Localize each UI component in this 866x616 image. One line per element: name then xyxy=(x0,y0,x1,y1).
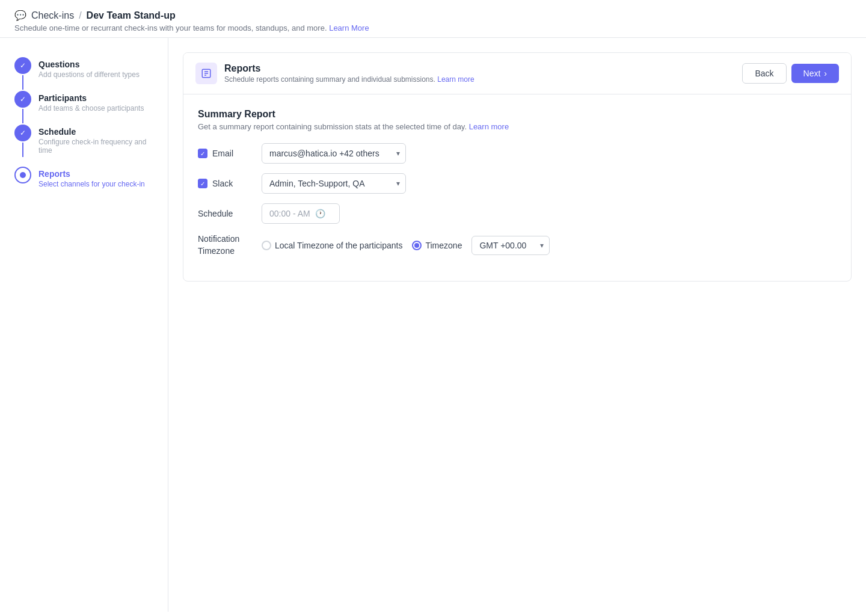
next-chevron-icon: › xyxy=(824,69,827,78)
step-reports-title: Reports xyxy=(38,169,145,179)
slack-label: Slack xyxy=(212,179,233,188)
schedule-value: 00:00 - AM xyxy=(269,209,310,218)
card-title-area: Reports Schedule reports containing summ… xyxy=(195,63,474,84)
local-timezone-radio[interactable] xyxy=(262,241,271,250)
slack-select[interactable]: Admin, Tech-Support, QA xyxy=(262,173,406,194)
step-reports-left xyxy=(14,167,31,183)
slack-label-area: ✓ Slack xyxy=(198,179,252,188)
schedule-label-area: Schedule xyxy=(198,209,252,218)
schedule-label: Schedule xyxy=(198,209,233,218)
step-line-2 xyxy=(22,109,23,123)
timezone-select-wrapper: GMT +00.00 ▾ xyxy=(471,236,550,255)
step-line-3 xyxy=(22,143,23,157)
card-description: Schedule reports containing summary and … xyxy=(224,75,474,84)
card-reports-icon xyxy=(195,63,217,84)
step-participants-title: Participants xyxy=(38,93,144,103)
clock-icon: 🕐 xyxy=(315,209,325,218)
step-schedule-subtitle: Configure check-in frequency and time xyxy=(38,138,153,155)
step-participants-text: Participants Add teams & choose particip… xyxy=(38,91,144,125)
header: 💬 Check-ins / Dev Team Stand-up Schedule… xyxy=(0,0,866,38)
step-questions: ✓ Questions Add questions of different t… xyxy=(14,57,153,91)
step-schedule-icon: ✓ xyxy=(14,125,31,141)
step-questions-subtitle: Add questions of different types xyxy=(38,70,140,79)
step-participants: ✓ Participants Add teams & choose partic… xyxy=(14,91,153,125)
slack-row: ✓ Slack Admin, Tech-Support, QA ▾ xyxy=(198,173,837,194)
card-actions: Back Next › xyxy=(742,63,839,84)
step-participants-icon: ✓ xyxy=(14,91,31,108)
main-layout: ✓ Questions Add questions of different t… xyxy=(0,38,866,612)
notification-timezone-label: NotificationTimezone xyxy=(198,233,252,257)
step-questions-text: Questions Add questions of different typ… xyxy=(38,57,140,91)
timezone-option[interactable]: Timezone xyxy=(412,241,462,250)
card-learn-more-link[interactable]: Learn more xyxy=(437,75,474,84)
timezone-row: NotificationTimezone Local Timezone of t… xyxy=(198,233,837,257)
sidebar: ✓ Questions Add questions of different t… xyxy=(0,38,168,612)
timezone-radio[interactable] xyxy=(412,241,422,250)
card-body: Summary Report Get a summary report cont… xyxy=(183,94,851,281)
card-title: Reports xyxy=(224,63,474,74)
summary-report-title: Summary Report xyxy=(198,109,837,120)
email-label-area: ✓ Email xyxy=(198,149,252,158)
step-schedule: ✓ Schedule Configure check-in frequency … xyxy=(14,125,153,167)
timezone-select[interactable]: GMT +00.00 xyxy=(471,236,550,255)
step-participants-subtitle: Add teams & choose participants xyxy=(38,104,144,112)
header-learn-more-link[interactable]: Learn More xyxy=(329,23,369,32)
header-subtitle: Schedule one-time or recurrant check-ins… xyxy=(14,23,852,32)
step-schedule-title: Schedule xyxy=(38,127,153,137)
slack-select-wrapper: Admin, Tech-Support, QA ▾ xyxy=(262,173,406,194)
breadcrumb-checkins[interactable]: Check-ins xyxy=(31,10,74,21)
reports-card: Reports Schedule reports containing summ… xyxy=(183,52,852,282)
checkins-icon: 💬 xyxy=(14,10,26,21)
email-select-wrapper: marcus@hatica.io +42 others ▾ xyxy=(262,143,406,164)
card-header: Reports Schedule reports containing summ… xyxy=(183,53,851,94)
timezone-label: Timezone xyxy=(425,241,462,250)
step-schedule-left: ✓ xyxy=(14,125,31,158)
next-button[interactable]: Next › xyxy=(791,64,839,83)
email-checkbox[interactable]: ✓ xyxy=(198,149,207,158)
next-button-label: Next xyxy=(803,69,821,78)
radio-group: Local Timezone of the participants Timez… xyxy=(262,236,550,255)
slack-checkbox[interactable]: ✓ xyxy=(198,179,207,188)
breadcrumb-separator: / xyxy=(79,10,81,21)
step-questions-icon: ✓ xyxy=(14,57,31,74)
breadcrumb: 💬 Check-ins / Dev Team Stand-up xyxy=(14,10,852,21)
summary-report-description: Get a summary report containing submissi… xyxy=(198,122,837,131)
summary-learn-more-link[interactable]: Learn more xyxy=(469,122,509,131)
local-timezone-option[interactable]: Local Timezone of the participants xyxy=(262,241,402,250)
step-schedule-text: Schedule Configure check-in frequency an… xyxy=(38,125,153,167)
content-area: Reports Schedule reports containing summ… xyxy=(168,38,866,612)
schedule-row: Schedule 00:00 - AM 🕐 xyxy=(198,203,837,224)
schedule-input[interactable]: 00:00 - AM 🕐 xyxy=(262,203,340,224)
step-questions-left: ✓ xyxy=(14,57,31,91)
step-reports-text: Reports Select channels for your check-i… xyxy=(38,167,145,200)
step-reports-dot xyxy=(20,172,26,178)
timezone-radio-dot xyxy=(414,243,419,248)
card-title-text: Reports Schedule reports containing summ… xyxy=(224,63,474,84)
step-questions-title: Questions xyxy=(38,60,140,69)
step-reports-subtitle: Select channels for your check-in xyxy=(38,180,145,188)
back-button[interactable]: Back xyxy=(742,63,786,84)
email-row: ✓ Email marcus@hatica.io +42 others ▾ xyxy=(198,143,837,164)
email-label: Email xyxy=(212,149,233,158)
step-reports: Reports Select channels for your check-i… xyxy=(14,167,153,200)
local-timezone-label: Local Timezone of the participants xyxy=(275,241,402,250)
step-line-1 xyxy=(22,75,23,90)
breadcrumb-current: Dev Team Stand-up xyxy=(87,10,176,21)
steps-container: ✓ Questions Add questions of different t… xyxy=(14,52,153,200)
step-reports-icon xyxy=(14,167,31,183)
email-select[interactable]: marcus@hatica.io +42 others xyxy=(262,143,406,164)
step-participants-left: ✓ xyxy=(14,91,31,125)
